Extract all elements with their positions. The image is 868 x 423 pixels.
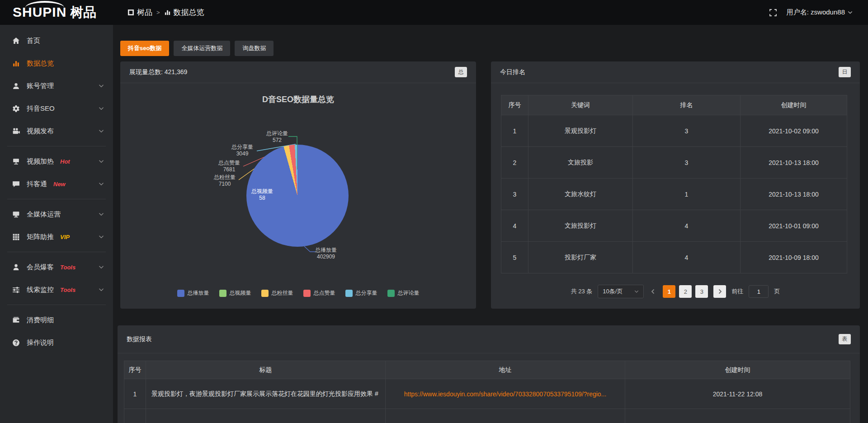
chevron-down-icon bbox=[99, 264, 104, 270]
app-logo[interactable]: SHUPIN 树品 bbox=[13, 4, 96, 21]
goto-page-input[interactable] bbox=[749, 285, 769, 298]
sidebar-item-label: 首页 bbox=[27, 37, 40, 45]
report-table: 序号 标题 地址 创建时间 1 景观投影灯，夜游景观投影灯厂家展示展示落花灯在花… bbox=[124, 361, 850, 423]
ranking-panel-header: 今日排名 日 bbox=[491, 61, 860, 83]
sidebar-item-douketong[interactable]: 抖客通New bbox=[0, 173, 113, 195]
prev-page-button[interactable] bbox=[649, 289, 657, 294]
sidebar-item-member-burst[interactable]: 会员爆客Tools bbox=[0, 256, 113, 278]
rank-row-rank: 4 bbox=[633, 242, 741, 273]
tab-inquiry-data[interactable]: 询盘数据 bbox=[235, 41, 274, 56]
ranking-table-header-row: 序号 关键词 排名 创建时间 bbox=[501, 95, 847, 115]
question-icon bbox=[12, 339, 20, 347]
sidebar-item-data-overview[interactable]: 数据总览 bbox=[0, 52, 113, 75]
sidebar-item-video-publish[interactable]: 视频发布 bbox=[0, 120, 113, 142]
report-row-url-link[interactable]: https://www.iesdouyin.com/share/video/70… bbox=[404, 390, 607, 398]
report-row-title: 景观投影灯，夜游景观投影灯厂家展示展示落花灯在花园里的灯光投影应用效果 # bbox=[146, 379, 386, 409]
rank-row-created: 2021-10-09 18:00 bbox=[741, 242, 847, 273]
table-badge-button[interactable]: 表 bbox=[839, 334, 851, 344]
col-created: 创建时间 bbox=[625, 361, 850, 379]
sidebar-badge-tools: Tools bbox=[60, 264, 75, 271]
app-square-icon bbox=[127, 9, 134, 16]
day-badge-button[interactable]: 日 bbox=[839, 67, 851, 77]
legend-item-5[interactable]: 总评论量 bbox=[387, 289, 420, 297]
tab-omni-media-data[interactable]: 全媒体运营数据 bbox=[174, 41, 230, 56]
col-index: 序号 bbox=[501, 95, 528, 115]
fullscreen-icon[interactable] bbox=[769, 9, 777, 16]
sidebar-item-label: 抖客通 bbox=[27, 180, 47, 188]
page-size-select[interactable]: 10条/页 bbox=[598, 285, 644, 298]
rank-row-keyword: 景观投影灯 bbox=[528, 115, 633, 147]
sidebar-item-douyin-seo[interactable]: 抖音SEO bbox=[0, 97, 113, 120]
rank-row-index: 2 bbox=[501, 147, 528, 179]
sidebar-menu: 首页数据总览账号管理抖音SEO视频发布视频加热Hot抖客通New全媒体运营矩阵助… bbox=[0, 25, 113, 423]
legend-item-2[interactable]: 总粉丝量 bbox=[261, 289, 293, 297]
legend-item-3[interactable]: 总点赞量 bbox=[303, 289, 335, 297]
sidebar-divider bbox=[7, 199, 106, 199]
sidebar-item-home[interactable]: 首页 bbox=[0, 29, 113, 52]
col-index: 序号 bbox=[124, 361, 146, 379]
total-badge-button[interactable]: 总 bbox=[455, 67, 467, 77]
page-button-1[interactable]: 1 bbox=[663, 285, 675, 298]
ranking-table-row: 3文旅水纹灯12021-10-13 18:00 bbox=[501, 179, 847, 210]
chevron-down-icon bbox=[99, 106, 104, 111]
rank-row-index: 4 bbox=[501, 210, 528, 242]
col-rank: 排名 bbox=[633, 95, 741, 115]
breadcrumb-app[interactable]: 树品 bbox=[127, 7, 152, 18]
legend-chip bbox=[177, 290, 184, 297]
member-icon bbox=[12, 263, 20, 271]
tab-douyin-seo-data[interactable]: 抖音seo数据 bbox=[120, 41, 169, 56]
sidebar-badge-vip: VIP bbox=[60, 234, 70, 240]
legend-label: 总点赞量 bbox=[314, 289, 335, 297]
sidebar-item-label: 抖音SEO bbox=[27, 104, 55, 113]
rank-row-rank: 3 bbox=[633, 115, 741, 147]
report-table-row: 1 景观投影灯，夜游景观投影灯厂家展示展示落花灯在花园里的灯光投影应用效果 # … bbox=[124, 379, 850, 409]
chevron-down-icon bbox=[99, 287, 104, 292]
legend-item-1[interactable]: 总视频量 bbox=[219, 289, 251, 297]
rank-row-keyword: 投影灯厂家 bbox=[528, 242, 633, 273]
ranking-table-row: 1景观投影灯32021-10-02 09:00 bbox=[501, 115, 847, 147]
rank-row-rank: 4 bbox=[633, 210, 741, 242]
page-button-2[interactable]: 2 bbox=[679, 285, 692, 298]
sidebar-item-operation-guide[interactable]: 操作说明 bbox=[0, 331, 113, 354]
pie-label-fans: 总粉丝量 7100 bbox=[206, 174, 244, 188]
chevron-down-icon bbox=[99, 128, 104, 134]
sidebar-item-consumption-details[interactable]: 消费明细 bbox=[0, 309, 113, 331]
sidebar-item-lead-monitor[interactable]: 线索监控Tools bbox=[0, 278, 113, 301]
sidebar-item-label: 线索监控 bbox=[27, 286, 54, 294]
sliders-icon bbox=[12, 286, 20, 294]
pie-chart: D音SEO数据量总览 总评论量 572 总分享量 3049 总点赞量 7681 … bbox=[120, 83, 476, 309]
legend-item-0[interactable]: 总播放量 bbox=[177, 289, 209, 297]
sidebar-divider bbox=[7, 252, 106, 252]
page-buttons: 123 bbox=[663, 285, 708, 298]
legend-item-4[interactable]: 总分享量 bbox=[345, 289, 377, 297]
sidebar-item-label: 消费明细 bbox=[27, 316, 54, 324]
gear-icon bbox=[12, 105, 20, 113]
legend-label: 总分享量 bbox=[356, 289, 377, 297]
report-row-index: 1 bbox=[124, 379, 146, 409]
sidebar-item-label: 账号管理 bbox=[27, 82, 54, 90]
sidebar-item-account-management[interactable]: 账号管理 bbox=[0, 75, 113, 97]
breadcrumb-page[interactable]: 数据总览 bbox=[164, 7, 204, 18]
next-page-button[interactable] bbox=[713, 285, 726, 298]
rank-row-created: 2021-10-02 09:00 bbox=[741, 115, 847, 147]
sidebar-item-matrix-boost[interactable]: 矩阵助推VIP bbox=[0, 226, 113, 248]
page-button-3[interactable]: 3 bbox=[695, 285, 708, 298]
legend-label: 总粉丝量 bbox=[272, 289, 293, 297]
sidebar-item-video-heating[interactable]: 视频加热Hot bbox=[0, 150, 113, 173]
sidebar-item-label: 视频发布 bbox=[27, 127, 54, 136]
col-keyword: 关键词 bbox=[528, 95, 633, 115]
ranking-table-row: 4文旅投影灯42021-10-01 09:00 bbox=[501, 210, 847, 242]
bar-chart-icon bbox=[164, 9, 171, 16]
legend-label: 总播放量 bbox=[188, 289, 209, 297]
sidebar-item-omni-media[interactable]: 全媒体运营 bbox=[0, 203, 113, 226]
chevron-down-icon bbox=[99, 181, 104, 187]
user-menu[interactable]: 用户名: zswodun88 bbox=[787, 8, 853, 17]
total-count-label: 共 23 条 bbox=[571, 287, 593, 296]
breadcrumb: 树品 > 数据总览 bbox=[127, 0, 204, 25]
rank-row-keyword: 文旅投影 bbox=[528, 147, 633, 179]
ranking-pagination: 共 23 条 10条/页 123 前往 页 bbox=[491, 285, 860, 298]
today-ranking-panel: 今日排名 日 序号 关键词 排名 创建时间 1景观投影灯32021-10-02 … bbox=[491, 61, 860, 309]
chat-icon bbox=[12, 180, 20, 188]
sidebar-item-label: 操作说明 bbox=[27, 338, 54, 347]
legend-chip bbox=[387, 290, 395, 297]
